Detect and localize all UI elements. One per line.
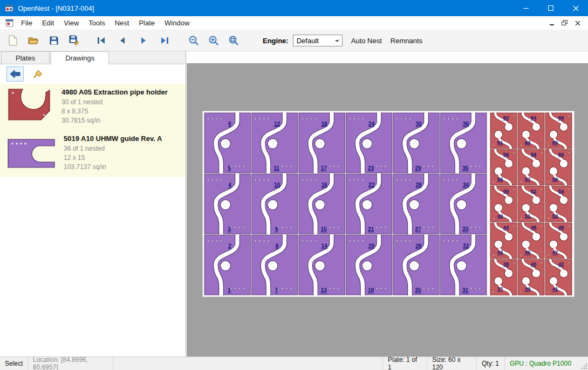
nested-part-pair-purple[interactable]: 87 (252, 234, 298, 295)
nested-part-pair-purple[interactable]: 21 (204, 234, 251, 295)
menu-plate[interactable]: Plate (134, 17, 160, 29)
nested-part-pair-purple[interactable]: 65 (204, 112, 251, 173)
drill-hole (493, 291, 494, 292)
nested-part-pair-red[interactable]: 4241 (545, 259, 572, 295)
drill-hole (401, 240, 402, 242)
drill-hole (443, 179, 445, 181)
drill-hole (521, 218, 522, 219)
nested-part-pair-red[interactable]: 5655 (490, 149, 517, 186)
nested-part-pair-purple[interactable]: 2625 (393, 234, 440, 295)
new-document-icon (8, 35, 18, 46)
tab-drawings[interactable]: Drawings (51, 51, 109, 64)
nested-part-pair-purple[interactable]: 3635 (441, 112, 487, 173)
new-button[interactable] (4, 32, 22, 49)
nested-part-pair-purple[interactable]: 2827 (393, 173, 440, 234)
menu-file[interactable]: File (16, 17, 37, 29)
zoom-out-button[interactable] (185, 32, 202, 49)
nested-part-pair-purple[interactable]: 1413 (299, 234, 345, 295)
part-number-label: 42 (558, 261, 564, 267)
nav-first-button[interactable] (93, 32, 110, 49)
nested-part-pair-purple[interactable]: 2221 (346, 173, 393, 234)
nested-part-pair-purple[interactable]: 1211 (252, 112, 298, 173)
drill-hole (380, 288, 382, 290)
restore-icon (562, 20, 568, 26)
nested-part-pair-purple[interactable]: 1615 (299, 173, 345, 234)
zoom-in-button[interactable] (205, 32, 222, 49)
zoom-fit-button[interactable] (225, 32, 242, 49)
drill-hole (405, 118, 407, 120)
auto-nest-button[interactable]: Auto Nest (351, 37, 382, 45)
engine-select[interactable]: Default (293, 35, 343, 46)
mdi-close-button[interactable] (572, 18, 584, 28)
drill-hole (353, 179, 355, 181)
clear-button[interactable] (29, 66, 46, 82)
drill-hole (514, 189, 515, 190)
drawing-list: 4980 A05 Extraction pipe holder 30 of 1 … (0, 84, 186, 177)
open-button[interactable] (25, 32, 42, 49)
nested-part-pair-purple[interactable]: 3231 (441, 234, 487, 295)
nested-part-pair-red[interactable]: 6261 (490, 112, 517, 149)
nested-part-pair-red[interactable]: 6665 (545, 112, 572, 149)
part-number-label: 58 (531, 151, 537, 157)
nested-part-pair-purple[interactable]: 2019 (346, 234, 393, 295)
nested-part-pair-red[interactable]: 5251 (518, 186, 544, 223)
drill-hole (243, 288, 245, 290)
menu-edit[interactable]: Edit (37, 17, 59, 29)
resize-grip[interactable] (580, 357, 588, 370)
close-button[interactable] (563, 0, 588, 16)
menu-nest[interactable]: Nest (110, 17, 134, 29)
return-part-button[interactable] (6, 66, 24, 82)
drawing-item-red[interactable]: 4980 A05 Extraction pipe holder 30 of 1 … (0, 84, 186, 130)
drill-hole (306, 240, 308, 242)
nested-part-pair-red[interactable]: 6463 (518, 112, 544, 149)
maximize-button[interactable] (538, 0, 563, 16)
drill-hole (396, 118, 398, 120)
drill-hole (548, 181, 549, 183)
drill-hole (315, 118, 317, 120)
nested-part-pair-red[interactable]: 4039 (518, 259, 544, 295)
mdi-minimize-button[interactable] (546, 18, 558, 28)
nest-canvas[interactable]: 6512111817242330293635431091615222128273… (187, 51, 588, 356)
menu-view[interactable]: View (59, 17, 84, 29)
document-system-icon[interactable] (5, 19, 13, 27)
drill-hole (338, 166, 339, 167)
drill-hole (423, 227, 425, 228)
nested-part-pair-purple[interactable]: 43 (204, 173, 251, 234)
nested-part-pair-purple[interactable]: 2423 (346, 112, 393, 173)
nested-part-pair-purple[interactable]: 3433 (441, 173, 487, 234)
nav-prev-button[interactable] (114, 32, 131, 49)
nested-part-pair-red[interactable]: 3837 (490, 259, 517, 295)
drill-hole (221, 240, 222, 242)
nested-part-pair-red[interactable]: 4847 (545, 222, 572, 259)
part-number-label: 44 (503, 224, 509, 230)
drill-hole (569, 189, 570, 190)
drill-hole (286, 288, 288, 290)
drill-hole (452, 118, 454, 120)
nested-part-pair-red[interactable]: 6059 (545, 149, 572, 186)
nested-part-pair-red[interactable]: 5049 (490, 186, 517, 223)
mdi-restore-button[interactable] (559, 18, 571, 28)
nested-part-pair-purple[interactable]: 3029 (393, 112, 440, 173)
save-as-button[interactable] (66, 32, 83, 49)
nested-part-pair-red[interactable]: 4443 (490, 222, 517, 259)
nav-last-button[interactable] (156, 32, 173, 49)
part-number-label: 53 (552, 213, 558, 219)
remnants-button[interactable]: Remnants (391, 37, 422, 45)
drill-hole (216, 179, 218, 181)
menu-window[interactable]: Window (160, 17, 194, 29)
nested-part-pair-purple[interactable]: 1817 (299, 112, 345, 173)
menu-tools[interactable]: Tools (84, 17, 110, 29)
nested-part-pair-purple[interactable]: 109 (252, 173, 298, 234)
tab-plates[interactable]: Plates (1, 51, 50, 64)
part-thumbnail-red (6, 87, 54, 122)
nest-plate-view[interactable]: 6512111817242330293635431091615222128273… (202, 111, 575, 297)
part-number-label: 47 (552, 249, 558, 255)
nested-part-pair-red[interactable]: 5857 (518, 149, 544, 186)
nested-part-pair-red[interactable]: 5453 (545, 186, 572, 223)
drawing-item-purple[interactable]: 5019 A10 UHMW guide Rev. A 36 of 1 neste… (0, 130, 186, 177)
nested-part-pair-red[interactable]: 4645 (518, 222, 544, 259)
minimize-button[interactable] (514, 0, 538, 16)
drill-hole (423, 288, 425, 290)
save-button[interactable] (45, 32, 63, 49)
nav-next-button[interactable] (135, 32, 152, 49)
